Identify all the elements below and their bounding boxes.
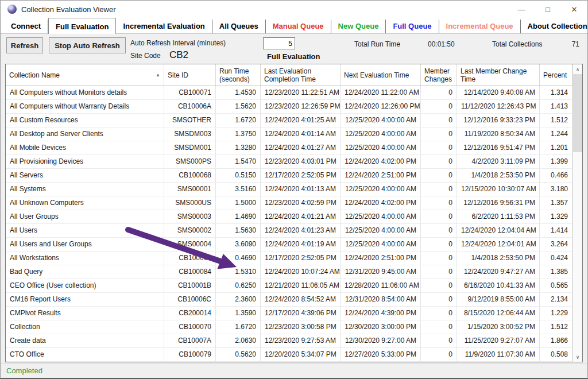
cell-site_id: CB10006A	[164, 100, 216, 113]
tab-connect[interactable]: Connect	[4, 20, 48, 33]
total-run-time-value: 00:01:50	[428, 40, 455, 48]
table-row[interactable]: All Provisioning DevicesSMS000PS1.547012…	[6, 155, 572, 169]
table-row[interactable]: All Custom ResourcesSMSOTHER1.672012/24/…	[6, 114, 572, 127]
cell-run_time: 1.3280	[216, 141, 261, 154]
column-header-site_id[interactable]: Site ID	[164, 64, 216, 86]
table-row[interactable]: All UsersSMS000021.563012/24/2020 4:01:2…	[6, 224, 572, 238]
cell-run_time: 3.5160	[216, 183, 261, 196]
scroll-up-icon[interactable]: ∧	[573, 64, 582, 74]
tab-new-queue[interactable]: New Queue	[331, 20, 386, 33]
toolbar: Refresh Stop Auto Refresh Auto Refresh I…	[1, 34, 587, 64]
table-row[interactable]: All Desktop and Server ClientsSMSDM0031.…	[6, 127, 572, 141]
cell-member_changes: 0	[421, 265, 457, 279]
column-header-percent[interactable]: Percent	[540, 64, 572, 86]
tab-incremental-evaluation[interactable]: Incremental Evaluation	[116, 20, 212, 33]
maximize-button[interactable]: □	[535, 1, 561, 18]
cell-member_changes: 0	[421, 183, 457, 196]
cell-run_time: 1.4530	[216, 86, 261, 99]
cell-member_changes: 0	[421, 196, 457, 210]
table-row[interactable]: All SystemsSMS000013.516012/24/2020 4:01…	[6, 183, 572, 196]
table-row[interactable]: All Computers without Monitors detailsCB…	[6, 86, 572, 100]
cell-next_eval: 12/31/2020 9:45:00 AM	[341, 265, 421, 279]
tab-all-queues[interactable]: All Queues	[212, 20, 266, 33]
table-row[interactable]: CTO OfficeCB1000790.562012/20/2020 5:34:…	[6, 348, 572, 362]
cell-percent: 1.314	[540, 86, 572, 99]
cell-site_id: CB100069	[164, 252, 216, 265]
cell-percent: 1.385	[540, 265, 572, 279]
cell-member_changes: 0	[421, 293, 457, 306]
table-row[interactable]: CEO Office (User collection)CB10001B0.62…	[6, 279, 572, 293]
cell-last_member_change: 12/12/2016 9:33:23 PM	[457, 114, 540, 127]
cell-last_eval: 12/17/2020 2:52:05 PM	[261, 252, 341, 265]
cell-next_eval: 12/30/2020 9:27:00 AM	[341, 334, 421, 347]
auto-refresh-interval-input[interactable]	[263, 37, 295, 49]
cell-name: Bad Query	[6, 265, 164, 279]
cell-next_eval: 12/24/2020 4:02:00 PM	[341, 196, 421, 210]
cell-last_eval: 12/23/2020 11:22:51 AM	[261, 86, 341, 99]
minimize-button[interactable]: —	[508, 1, 535, 18]
refresh-button[interactable]: Refresh	[6, 37, 43, 53]
table-row[interactable]: CM16 Report UsersCB10006C2.360012/24/202…	[6, 293, 572, 307]
column-header-run_time[interactable]: Run Time (seconds)	[216, 64, 261, 86]
table-row[interactable]: Create dataCB10007A2.063012/23/2020 9:27…	[6, 334, 572, 348]
cell-run_time: 1.5620	[216, 100, 261, 113]
tab-incremental-queue[interactable]: Incremental Queue	[439, 20, 521, 33]
cell-last_eval: 12/24/2020 4:01:25 AM	[261, 114, 341, 127]
tab-manual-queue[interactable]: Manual Queue	[266, 20, 331, 33]
cell-percent: 1.201	[540, 141, 572, 154]
table-row[interactable]: All ServersCB1000680.515012/17/2020 2:52…	[6, 169, 572, 183]
tab-full-queue[interactable]: Full Queue	[386, 20, 439, 33]
cell-site_id: CB200014	[164, 307, 216, 320]
cell-name: All Users	[6, 224, 164, 237]
close-button[interactable]: ✕	[561, 1, 587, 18]
cell-member_changes: 0	[421, 224, 457, 237]
cell-next_eval: 12/24/2020 2:51:00 PM	[341, 169, 421, 182]
cell-site_id: CB100079	[164, 348, 216, 361]
cell-member_changes: 0	[421, 279, 457, 292]
cell-site_id: SMS00001	[164, 183, 216, 196]
table-row[interactable]: CMPivot ResultsCB2000141.359012/17/2020 …	[6, 307, 572, 320]
cell-site_id: CB10001B	[164, 279, 216, 292]
table-row[interactable]: Bad QueryCB1000841.531012/24/2020 10:07:…	[6, 265, 572, 279]
vertical-scrollbar[interactable]: ∧ ∨	[572, 64, 582, 362]
site-code-value: CB2	[169, 49, 188, 61]
cell-name: All Users and User Groups	[6, 238, 164, 251]
table-row[interactable]: All Users and User GroupsSMS000043.60901…	[6, 238, 572, 252]
table-row[interactable]: All Unknown ComputersSMS000US1.500012/23…	[6, 196, 572, 210]
cell-site_id: SMS00003	[164, 210, 216, 223]
scroll-down-icon[interactable]: ∨	[573, 352, 582, 362]
table-row[interactable]: All User GroupsSMS000031.469012/24/2020 …	[6, 210, 572, 224]
status-text: Completed	[6, 366, 42, 375]
cell-percent: 1.329	[540, 210, 572, 223]
cell-member_changes: 0	[421, 348, 457, 361]
cell-percent: 3.180	[540, 183, 572, 196]
tab-full-evaluation[interactable]: Full Evaluation	[48, 18, 116, 34]
column-header-next_eval[interactable]: Next Evaluation Time	[341, 64, 421, 86]
column-header-last_member_change[interactable]: Last Member Change Time	[457, 64, 540, 86]
column-header-name[interactable]: Collection Name▲	[6, 64, 164, 86]
column-header-last_eval[interactable]: Last Evaluation Completion Time	[261, 64, 341, 86]
total-collections-value: 71	[572, 40, 579, 48]
cell-percent: 1.866	[540, 334, 572, 347]
cell-run_time: 1.4690	[216, 210, 261, 223]
cell-last_eval: 12/17/2020 2:52:05 PM	[261, 169, 341, 182]
scroll-thumb[interactable]	[573, 74, 582, 152]
column-header-member_changes[interactable]: Member Changes	[421, 64, 457, 86]
cell-next_eval: 12/25/2020 4:00:00 AM	[341, 141, 421, 154]
table-row[interactable]: All Mobile DevicesSMSDM0011.328012/24/20…	[6, 141, 572, 155]
cell-last_member_change: 6/2/2020 1:11:53 PM	[457, 210, 540, 223]
stop-auto-refresh-button[interactable]: Stop Auto Refresh	[49, 37, 126, 53]
table-row[interactable]: CollectionCB1000701.672012/23/2020 3:00:…	[6, 320, 572, 334]
cell-site_id: SMS000US	[164, 196, 216, 210]
table-row[interactable]: All WorkstationsCB1000690.469012/17/2020…	[6, 252, 572, 265]
tab-about-collection-evaluation[interactable]: About Collection Evaluation	[521, 20, 588, 33]
table-row[interactable]: All Computers without Warranty DetailsCB…	[6, 100, 572, 114]
cell-last_eval: 12/23/2020 3:00:58 PM	[261, 320, 341, 334]
cell-last_eval: 12/23/2020 4:03:01 PM	[261, 155, 341, 168]
cell-site_id: CB10006C	[164, 293, 216, 306]
cell-run_time: 1.5470	[216, 155, 261, 168]
cell-next_eval: 12/24/2020 4:02:00 PM	[341, 155, 421, 168]
table-header: Collection Name▲Site IDRun Time (seconds…	[6, 64, 572, 86]
cell-name: All Unknown Computers	[6, 196, 164, 210]
cell-name: All User Groups	[6, 210, 164, 223]
